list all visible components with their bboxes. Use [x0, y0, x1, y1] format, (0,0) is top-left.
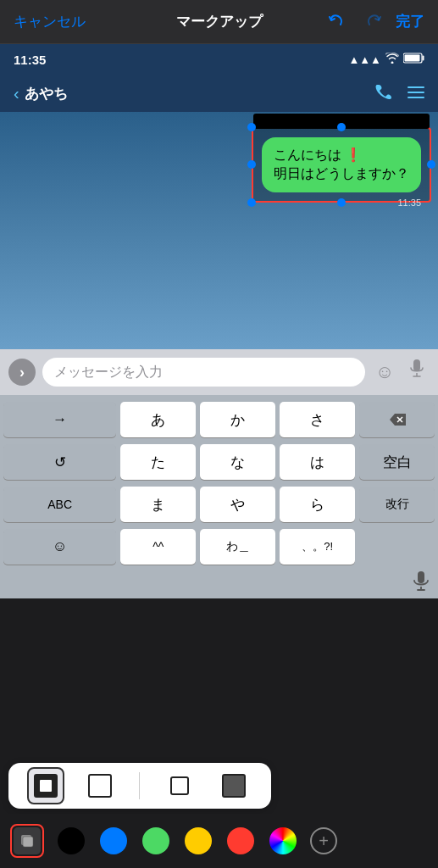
color-palette-bar: + — [0, 814, 438, 868]
key-arrow[interactable]: → — [3, 402, 116, 437]
message-text-line1: こんにちは ❗ — [274, 146, 409, 164]
key-undo[interactable]: ↺ — [3, 444, 116, 480]
handle-bottom-mid[interactable] — [337, 198, 346, 207]
back-button[interactable]: ‹ あやち — [14, 84, 68, 103]
svg-rect-6 — [413, 359, 420, 371]
key-wa[interactable]: わ＿ — [200, 529, 275, 565]
color-black[interactable] — [56, 826, 86, 856]
status-bar: 11:35 ▲▲▲ — [0, 44, 438, 75]
svg-rect-1 — [423, 56, 424, 61]
signal-icon: ▲▲▲ — [348, 53, 381, 66]
undo-button[interactable] — [324, 9, 350, 35]
status-icons: ▲▲▲ — [348, 53, 424, 66]
key-punct[interactable]: 、。?! — [280, 529, 355, 565]
stroke-option-outline[interactable] — [81, 767, 119, 804]
message-bubble-container: こんにちは ❗ 明日はどうしますか？ 11:35 — [262, 137, 421, 192]
key-empty — [359, 529, 435, 565]
keyboard: → あ か さ ↺ た な は 空白 ABC ま や ら 改行 ☺ ^^ わ＿ … — [0, 395, 438, 598]
emoji-icon: ☺ — [375, 361, 394, 383]
cancel-button[interactable]: キャンセル — [14, 12, 86, 31]
message-placeholder: メッセージを入力 — [54, 364, 163, 381]
stroke-divider — [139, 772, 140, 799]
key-caret[interactable]: ^^ — [120, 529, 196, 565]
color-yellow[interactable] — [183, 826, 213, 856]
call-button[interactable] — [375, 83, 392, 104]
keyboard-row-3: ABC ま や ら 改行 — [0, 487, 438, 522]
chat-header-actions — [375, 83, 424, 104]
key-emoji[interactable]: ☺ — [3, 529, 116, 565]
key-ra[interactable]: ら — [280, 487, 355, 522]
emoji-button[interactable]: ☺ — [372, 359, 397, 385]
status-time: 11:35 — [14, 53, 46, 67]
message-input[interactable]: メッセージを入力 — [42, 358, 365, 387]
handle-mid-right[interactable] — [427, 160, 435, 169]
message-bubble: こんにちは ❗ 明日はどうしますか？ — [262, 137, 421, 192]
mic-button[interactable] — [404, 359, 430, 385]
key-a[interactable]: あ — [120, 402, 196, 437]
key-abc[interactable]: ABC — [3, 487, 116, 522]
stroke-option-filled-border[interactable] — [27, 767, 64, 804]
message-time: 11:35 — [397, 198, 421, 208]
svg-rect-2 — [405, 55, 420, 62]
key-delete[interactable] — [359, 402, 435, 437]
keyboard-row-2: ↺ た な は 空白 — [0, 444, 438, 480]
handle-top-left[interactable] — [247, 123, 256, 131]
keyboard-row-4: ☺ ^^ わ＿ 、。?! — [0, 529, 438, 565]
svg-rect-4 — [408, 92, 424, 93]
battery-icon — [403, 53, 424, 66]
handle-bottom-left[interactable] — [247, 198, 256, 207]
stroke-option-outline-sm[interactable] — [161, 767, 198, 804]
layers-button[interactable] — [10, 824, 44, 858]
chat-area: こんにちは ❗ 明日はどうしますか？ 11:35 — [0, 112, 438, 349]
markup-title: マークアップ — [176, 12, 263, 31]
keyboard-mic-button[interactable] — [413, 571, 430, 598]
expand-button[interactable]: › — [8, 359, 36, 386]
input-area: › メッセージを入力 ☺ — [0, 349, 438, 395]
key-sa[interactable]: さ — [280, 402, 355, 437]
key-ma[interactable]: ま — [120, 487, 196, 522]
chat-header: ‹ あやち — [0, 75, 438, 112]
svg-rect-15 — [23, 837, 33, 847]
svg-rect-5 — [408, 97, 424, 98]
key-ka[interactable]: か — [200, 402, 275, 437]
stroke-option-filled-outline[interactable] — [215, 767, 252, 804]
key-ha[interactable]: は — [280, 444, 355, 480]
message-text-line2: 明日はどうしますか？ — [274, 164, 409, 183]
markup-bar: キャンセル マークアップ 完了 — [0, 0, 438, 44]
key-ta[interactable]: た — [120, 444, 196, 480]
menu-button[interactable] — [408, 83, 424, 104]
svg-rect-11 — [418, 571, 424, 583]
keyboard-mic-row — [0, 571, 438, 598]
color-red[interactable] — [225, 826, 256, 856]
redo-button[interactable] — [360, 9, 385, 35]
keyboard-row-1: → あ か さ — [0, 402, 438, 437]
key-na[interactable]: な — [200, 444, 275, 480]
key-ya[interactable]: や — [200, 487, 275, 522]
wifi-icon — [385, 53, 399, 66]
mic-icon — [409, 359, 424, 385]
stroke-selector — [8, 763, 271, 809]
color-add-button[interactable]: + — [310, 827, 337, 854]
done-button[interactable]: 完了 — [396, 12, 424, 31]
chat-header-title: あやち — [25, 84, 68, 103]
handle-top-mid[interactable] — [337, 123, 346, 131]
svg-rect-3 — [408, 86, 424, 88]
color-green[interactable] — [141, 826, 171, 856]
back-chevron-icon: ‹ — [14, 84, 19, 103]
color-blue[interactable] — [98, 826, 129, 856]
key-return[interactable]: 改行 — [359, 487, 435, 522]
color-rainbow[interactable] — [268, 826, 298, 856]
key-space[interactable]: 空白 — [359, 444, 435, 480]
expand-icon: › — [19, 364, 25, 381]
